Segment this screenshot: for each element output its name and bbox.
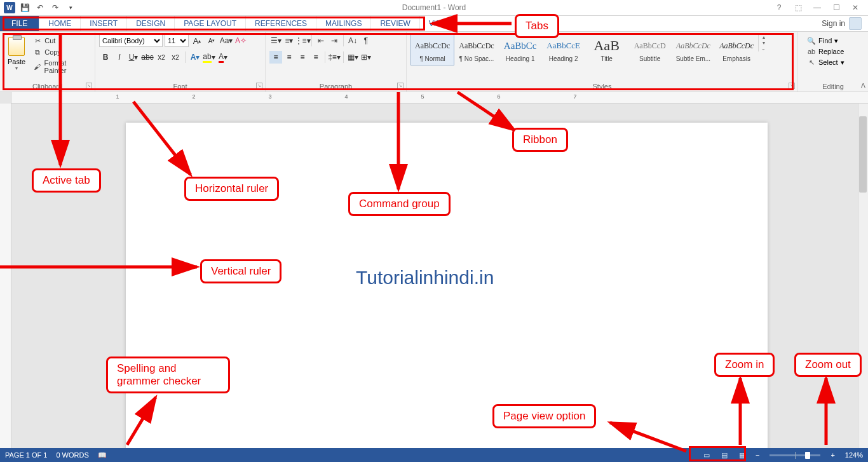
replace-button[interactable]: abReplace	[807, 47, 859, 56]
undo-icon[interactable]: ↶	[33, 1, 47, 15]
superscript-button[interactable]: x2	[169, 51, 182, 64]
close-icon[interactable]: ✕	[848, 1, 863, 14]
callout-tabs: Tabs	[515, 14, 559, 38]
tab-insert[interactable]: INSERT	[81, 16, 127, 31]
ribbon-tabs: FILE HOME INSERT DESIGN PAGE LAYOUT REFE…	[0, 16, 868, 32]
align-right-button[interactable]: ≡	[296, 51, 309, 64]
quick-access-toolbar: W 💾 ↶ ↷ ▾	[0, 1, 78, 15]
sort-button[interactable]: A↓	[346, 34, 359, 47]
styles-expand[interactable]: ▴▾⌄	[758, 34, 768, 51]
paragraph-launcher[interactable]: ↘	[397, 83, 403, 89]
help-icon[interactable]: ?	[771, 1, 787, 14]
align-left-button[interactable]: ≡	[269, 51, 282, 64]
tab-mailings[interactable]: MAILINGS	[316, 16, 371, 31]
zoom-out-button[interactable]: −	[753, 451, 762, 459]
text-effects-button[interactable]: A▾	[189, 51, 201, 64]
callout-zoom-in: Zoom in	[714, 353, 775, 377]
print-layout-icon[interactable]: ▤	[717, 449, 731, 461]
read-mode-icon[interactable]: ▭	[700, 449, 714, 461]
redo-icon[interactable]: ↷	[48, 1, 62, 15]
shrink-font-button[interactable]: A▾	[205, 34, 218, 47]
spell-check-icon[interactable]: 📖	[98, 451, 107, 459]
tab-review[interactable]: REVIEW	[371, 16, 419, 31]
tab-view[interactable]: VIEW	[420, 16, 458, 31]
styles-launcher[interactable]: ↘	[789, 83, 795, 89]
clear-format-button[interactable]: A✧	[234, 34, 247, 47]
copy-button[interactable]: ⧉Copy	[33, 48, 88, 57]
ribbon-display-icon[interactable]: ⬚	[790, 1, 806, 14]
borders-button[interactable]: ⊞▾	[360, 51, 372, 64]
font-name-combo[interactable]: Calibri (Body)	[99, 34, 163, 47]
horizontal-ruler[interactable]: 1234567	[0, 92, 868, 104]
subscript-button[interactable]: x2	[155, 51, 168, 64]
clipboard-launcher[interactable]: ↘	[86, 83, 92, 89]
callout-ribbon: Ribbon	[512, 128, 568, 152]
collapse-ribbon-icon[interactable]: ᐱ	[861, 82, 865, 89]
style-subtle-em-[interactable]: AaBbCcDcSubtle Em...	[672, 34, 715, 65]
cut-button[interactable]: ✂Cut	[33, 36, 88, 45]
style-subtitle[interactable]: AaBbCcDSubtitle	[628, 34, 672, 65]
strike-button[interactable]: abc	[141, 51, 154, 64]
tab-references[interactable]: REFERENCES	[246, 16, 316, 31]
copy-icon: ⧉	[33, 48, 42, 57]
styles-gallery[interactable]: AaBbCcDc¶ NormalAaBbCcDc¶ No Spac...AaBb…	[410, 34, 758, 65]
find-button[interactable]: 🔍Find ▾	[807, 36, 859, 45]
change-case-button[interactable]: Aa▾	[220, 34, 233, 47]
tab-design[interactable]: DESIGN	[127, 16, 175, 31]
align-center-button[interactable]: ≡	[283, 51, 295, 64]
format-painter-button[interactable]: 🖌Format Painter	[33, 59, 88, 74]
group-font: Calibri (Body) 11 A▴ A▾ Aa▾ A✧ B I U▾ ab…	[95, 32, 266, 92]
web-layout-icon[interactable]: ▦	[735, 449, 749, 461]
zoom-slider[interactable]	[770, 454, 820, 456]
qat-customize-icon[interactable]: ▾	[64, 1, 78, 15]
line-spacing-button[interactable]: ‡≡▾	[328, 51, 341, 64]
brush-icon: 🖌	[33, 62, 41, 71]
tab-home[interactable]: HOME	[39, 16, 81, 31]
zoom-level[interactable]: 124%	[845, 451, 863, 459]
numbering-button[interactable]: ≡▾	[283, 34, 295, 47]
group-styles: AaBbCcDc¶ NormalAaBbCcDc¶ No Spac...AaBb…	[407, 32, 798, 92]
zoom-in-button[interactable]: +	[828, 451, 837, 459]
shading-button[interactable]: ▦▾	[346, 51, 359, 64]
font-color-button[interactable]: A▾	[217, 51, 229, 64]
justify-button[interactable]: ≡	[309, 51, 322, 64]
multilevel-button[interactable]: ⋮≡▾	[296, 34, 309, 47]
callout-hruler: Horizontal ruler	[184, 177, 279, 201]
select-icon: ↖	[807, 58, 816, 67]
style-heading-1[interactable]: AaBbCcHeading 1	[499, 34, 542, 65]
save-icon[interactable]: 💾	[18, 1, 32, 15]
bold-button[interactable]: B	[99, 51, 112, 64]
decrease-indent-button[interactable]: ⇤	[315, 34, 327, 47]
select-button[interactable]: ↖Select ▾	[807, 58, 859, 67]
italic-button[interactable]: I	[113, 51, 126, 64]
paste-icon	[8, 37, 25, 56]
word-count[interactable]: 0 WORDS	[56, 451, 88, 459]
bullets-button[interactable]: ☰▾	[269, 34, 282, 47]
style--normal[interactable]: AaBbCcDc¶ Normal	[410, 34, 454, 65]
word-app-icon[interactable]: W	[3, 1, 17, 15]
tab-page-layout[interactable]: PAGE LAYOUT	[175, 16, 246, 31]
show-marks-button[interactable]: ¶	[360, 34, 372, 47]
callout-command-group: Command group	[348, 192, 451, 216]
minimize-icon[interactable]: —	[810, 1, 825, 14]
grow-font-button[interactable]: A▴	[191, 34, 203, 47]
page-count[interactable]: PAGE 1 OF 1	[5, 451, 47, 459]
find-icon: 🔍	[807, 36, 816, 45]
style-title[interactable]: AaBTitle	[585, 34, 628, 65]
font-launcher[interactable]: ↘	[256, 83, 262, 89]
style-heading-2[interactable]: AaBbCcEHeading 2	[542, 34, 585, 65]
status-bar: PAGE 1 OF 1 0 WORDS 📖 ▭ ▤ ▦ − + 124%	[0, 448, 868, 462]
vertical-ruler[interactable]	[0, 104, 11, 450]
group-paragraph: ☰▾ ≡▾ ⋮≡▾ ⇤ ⇥ A↓ ¶ ≡ ≡ ≡ ≡ ‡≡▾ ▦▾ ⊞▾	[266, 32, 407, 92]
font-size-combo[interactable]: 11	[165, 34, 189, 47]
maximize-icon[interactable]: ☐	[829, 1, 844, 14]
style-emphasis[interactable]: AaBbCcDcEmphasis	[715, 34, 758, 65]
highlight-button[interactable]: ab▾	[203, 51, 215, 64]
paste-button[interactable]: Paste ▾	[4, 34, 29, 71]
sign-in[interactable]: Sign in	[822, 16, 868, 31]
increase-indent-button[interactable]: ⇥	[328, 34, 341, 47]
style--no-spac-[interactable]: AaBbCcDc¶ No Spac...	[454, 34, 498, 65]
vertical-scrollbar[interactable]	[858, 104, 868, 450]
tab-file[interactable]: FILE	[0, 16, 39, 31]
underline-button[interactable]: U▾	[127, 51, 140, 64]
